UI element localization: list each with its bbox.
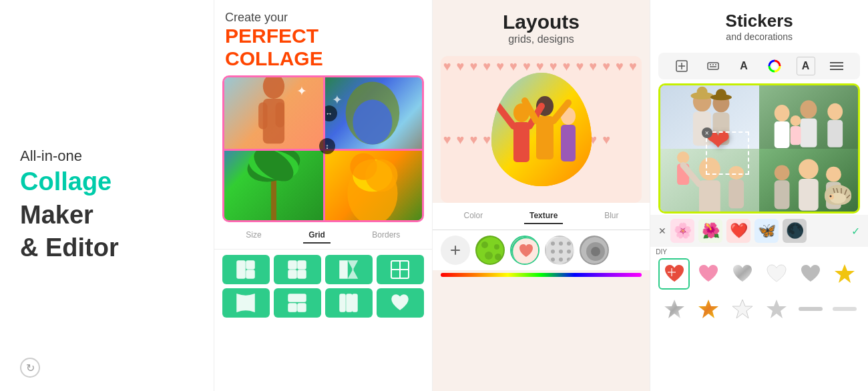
svg-point-123: [830, 196, 832, 198]
sticker-bottom-bar: ✕ 🌸 🌺 ❤️ 🦋 🌑 ✓: [650, 215, 868, 247]
collage-cell-drink: [323, 149, 422, 220]
tab-texture[interactable]: Texture: [524, 208, 563, 224]
refresh-icon[interactable]: ↻: [20, 358, 40, 378]
sticker-item-white-heart[interactable]: [761, 258, 792, 290]
sticker-item-gray-star[interactable]: [761, 294, 792, 325]
sticker-thumb-pink[interactable]: 🌸: [670, 219, 694, 243]
grid-opt-heart[interactable]: [377, 288, 424, 318]
sticker-item-gray-heart[interactable]: [795, 258, 826, 290]
panel3-subtitle: and decorations: [661, 31, 857, 42]
collage-cell-beach: ✦ ✦: [224, 77, 323, 149]
svg-rect-23: [246, 261, 254, 269]
svg-rect-104: [791, 126, 801, 145]
tab-grid[interactable]: Grid: [303, 228, 331, 244]
sticker-item-star-gold[interactable]: [829, 258, 860, 290]
grid-opt-2[interactable]: [274, 255, 321, 284]
add-texture-button[interactable]: [441, 236, 470, 265]
tab-borders[interactable]: Borders: [367, 228, 405, 244]
texture-options: [433, 230, 650, 270]
svg-rect-26: [298, 261, 306, 269]
hero-section: All-in-one Collage Maker & Editor ↻: [0, 0, 214, 391]
sticker-item-gold-star[interactable]: [692, 294, 724, 325]
color-slider[interactable]: [441, 273, 642, 277]
svg-point-62: [551, 242, 555, 246]
grid-opt-5[interactable]: [222, 288, 270, 318]
sticker-selection-box[interactable]: ×: [706, 131, 749, 175]
diy-label: DIY: [650, 247, 868, 257]
phone-panels: Create your PERFECT COLLAGE: [214, 0, 868, 391]
text-style-icon[interactable]: A: [797, 57, 815, 75]
svg-rect-37: [340, 294, 345, 312]
grid-opt-7[interactable]: [325, 288, 373, 318]
svg-point-58: [495, 254, 501, 260]
keyboard-icon[interactable]: [704, 57, 722, 75]
svg-point-110: [677, 151, 689, 163]
grid-opt-1[interactable]: [222, 255, 270, 284]
svg-point-83: [772, 63, 777, 69]
color-wheel-icon[interactable]: [765, 57, 784, 75]
add-photo-icon[interactable]: [672, 57, 691, 75]
tab-color[interactable]: Color: [459, 208, 489, 224]
svg-marker-132: [664, 300, 684, 318]
panel2-header: Layouts grids, designs: [433, 0, 650, 56]
layout-phone-screen: ♥ ♥ ♥ ♥ ♥ ♥ ♥ ♥ ♥ ♥ ♥ ♥ ♥ ♥ ♥ ♥ ♥ ♥ ♥ ♥: [441, 56, 642, 203]
sticker-item-white-star[interactable]: [726, 294, 758, 325]
svg-point-56: [494, 244, 499, 250]
sticker-item-strip-1[interactable]: [795, 294, 826, 325]
close-sticker-icon[interactable]: ✕: [658, 226, 666, 236]
svg-rect-24: [246, 270, 254, 278]
svg-point-99: [801, 100, 817, 118]
sticker-delete-icon[interactable]: ×: [702, 127, 712, 138]
sticker-thumb-flower[interactable]: 🌺: [698, 219, 722, 243]
texture-option-4[interactable]: [580, 236, 609, 265]
grid-opt-3[interactable]: [325, 255, 373, 284]
sticker-item-silver-heart[interactable]: [726, 258, 758, 290]
svg-text:✦: ✦: [332, 93, 343, 107]
svg-point-97: [775, 105, 790, 121]
panel-collage: Create your PERFECT COLLAGE: [214, 0, 432, 391]
svg-point-57: [485, 252, 493, 260]
svg-point-54: [477, 237, 505, 265]
text-icon[interactable]: A: [734, 57, 753, 75]
sticker-item-pink[interactable]: [692, 258, 724, 290]
svg-point-103: [791, 115, 801, 126]
menu-icon[interactable]: [827, 57, 846, 75]
svg-point-114: [799, 159, 819, 179]
sticker-thumb-heart[interactable]: ❤️: [726, 219, 750, 243]
grid-opt-4[interactable]: [377, 255, 424, 284]
svg-point-65: [551, 250, 555, 254]
sticker-thumb-bird[interactable]: 🦋: [754, 219, 779, 243]
hero-line4: & Editor: [20, 232, 194, 264]
panel1-collage: COLLAGE: [225, 47, 421, 70]
texture-option-2-selected[interactable]: [510, 236, 539, 265]
panel1-create: Create your: [225, 11, 288, 24]
collage-cell-arch: ✦ ✦ ↔: [323, 77, 422, 149]
hedgehog-sticker[interactable]: [825, 185, 851, 205]
svg-point-101: [828, 103, 843, 120]
sticker-item-silver-star[interactable]: [658, 294, 690, 325]
grid-options: [214, 250, 432, 323]
sticker-toolbar: A A: [658, 53, 860, 79]
sticker-item-heart-red[interactable]: [658, 258, 690, 290]
svg-text:✦: ✦: [296, 84, 307, 98]
svg-point-66: [559, 250, 563, 254]
sticker-thumb-dark[interactable]: 🌑: [783, 219, 807, 243]
grid-opt-6[interactable]: [274, 288, 321, 318]
texture-option-3[interactable]: [545, 236, 574, 265]
svg-rect-39: [353, 294, 357, 312]
texture-option-1[interactable]: [475, 236, 505, 265]
svg-point-68: [551, 258, 555, 262]
hero-line2: Collage: [20, 165, 194, 198]
sticker-item-strip-2[interactable]: [829, 294, 860, 325]
svg-point-64: [567, 242, 571, 246]
svg-rect-109: [729, 179, 744, 208]
svg-rect-28: [298, 270, 306, 278]
check-icon[interactable]: ✓: [851, 225, 860, 238]
resize-handle-v[interactable]: ↕: [319, 138, 335, 154]
svg-rect-102: [828, 120, 843, 147]
svg-marker-131: [835, 264, 855, 283]
tab-blur[interactable]: Blur: [599, 208, 624, 224]
tab-size[interactable]: Size: [240, 228, 266, 244]
sticker-grid-row2: [650, 292, 868, 326]
panel3-header: Stickers and decorations: [650, 0, 868, 53]
